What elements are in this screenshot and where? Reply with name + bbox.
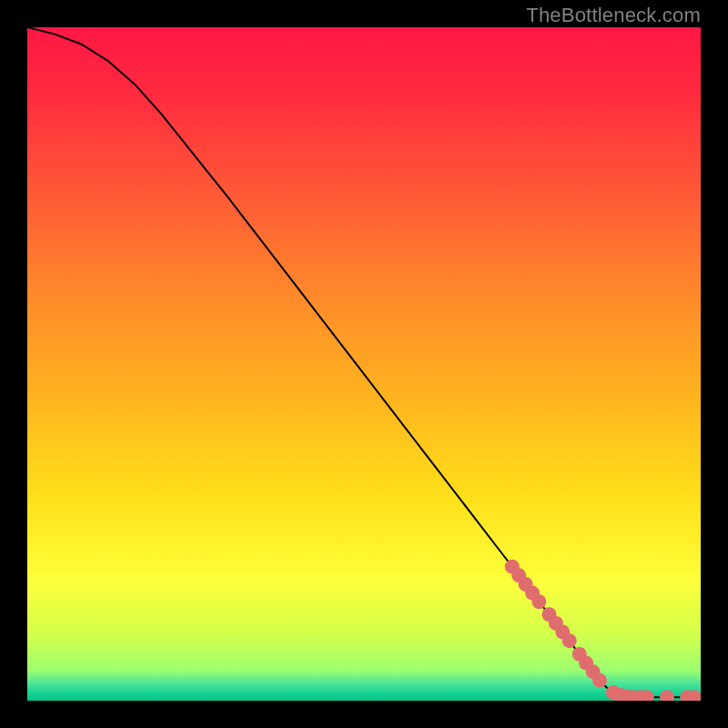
watermark-text: TheBottleneck.com xyxy=(526,4,701,27)
chart-frame: TheBottleneck.com xyxy=(0,0,728,728)
data-point xyxy=(531,594,546,609)
data-point xyxy=(592,673,607,688)
gradient-background xyxy=(27,27,701,701)
data-point xyxy=(562,633,577,648)
bottleneck-chart xyxy=(27,27,701,701)
